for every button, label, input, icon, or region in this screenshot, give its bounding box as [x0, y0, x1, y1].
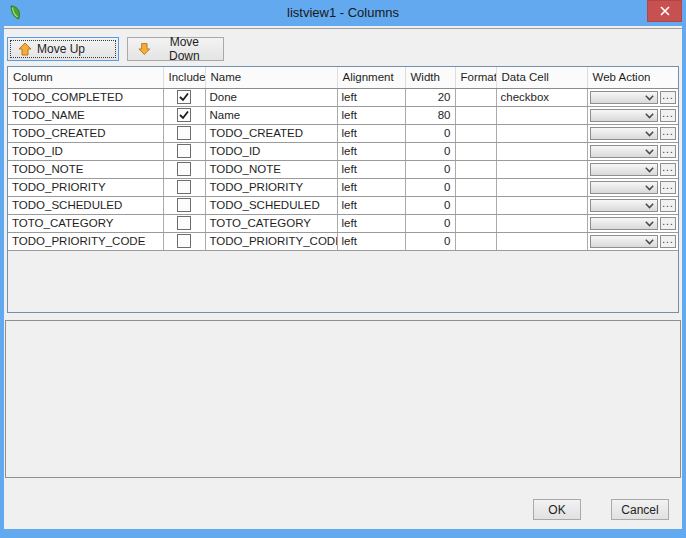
include-checkbox[interactable] — [177, 126, 191, 140]
columns-table: Column Include Name Alignment Width Form… — [8, 67, 678, 251]
format-cell[interactable] — [455, 232, 496, 250]
data-cell-cell[interactable] — [496, 214, 587, 232]
ellipsis-button[interactable]: ... — [660, 127, 676, 140]
data-cell-cell[interactable] — [496, 124, 587, 142]
data-cell-cell[interactable]: checkbox — [496, 88, 587, 106]
web-action-dropdown[interactable] — [590, 181, 659, 194]
web-action-dropdown[interactable] — [590, 163, 659, 176]
display-name-cell[interactable]: TODO_NOTE — [205, 160, 337, 178]
table-row: TODO_CREATED TODO_CREATED left 0 ... — [8, 124, 678, 142]
web-action-cell: ... — [587, 106, 678, 124]
data-cell-cell[interactable] — [496, 196, 587, 214]
alignment-cell[interactable]: left — [337, 232, 405, 250]
include-checkbox[interactable] — [177, 90, 191, 104]
toolbar-divider — [4, 28, 682, 29]
web-action-dropdown[interactable] — [590, 145, 659, 158]
arrow-up-icon — [18, 42, 32, 56]
alignment-cell[interactable]: left — [337, 142, 405, 160]
chevron-down-icon — [645, 149, 654, 155]
ellipsis-button[interactable]: ... — [660, 217, 676, 230]
web-action-dropdown[interactable] — [590, 235, 659, 248]
alignment-cell[interactable]: left — [337, 214, 405, 232]
width-cell[interactable]: 0 — [405, 214, 455, 232]
width-cell[interactable]: 0 — [405, 124, 455, 142]
include-checkbox[interactable] — [177, 216, 191, 230]
format-cell[interactable] — [455, 106, 496, 124]
ellipsis-button[interactable]: ... — [660, 163, 676, 176]
chevron-down-icon — [645, 167, 654, 173]
dialog-content: Move Up Move Down Column Include Name — [4, 26, 682, 529]
alignment-cell[interactable]: left — [337, 88, 405, 106]
chevron-down-icon — [645, 131, 654, 137]
include-cell — [163, 178, 205, 196]
data-cell-cell[interactable] — [496, 178, 587, 196]
web-action-dropdown[interactable] — [590, 91, 659, 104]
format-cell[interactable] — [455, 196, 496, 214]
ellipsis-button[interactable]: ... — [660, 235, 676, 248]
web-action-dropdown[interactable] — [590, 127, 659, 140]
display-name-cell[interactable]: TODO_PRIORITY — [205, 178, 337, 196]
ellipsis-button[interactable]: ... — [660, 145, 676, 158]
alignment-cell[interactable]: left — [337, 196, 405, 214]
ellipsis-button[interactable]: ... — [660, 199, 676, 212]
web-action-cell: ... — [587, 214, 678, 232]
table-row: TODO_NOTE TODO_NOTE left 0 ... — [8, 160, 678, 178]
ellipsis-button[interactable]: ... — [660, 109, 676, 122]
close-button[interactable] — [647, 0, 682, 22]
display-name-cell[interactable]: TODO_PRIORITY_CODE — [205, 232, 337, 250]
column-name-cell: TODO_NOTE — [8, 160, 163, 178]
format-cell[interactable] — [455, 214, 496, 232]
ok-button[interactable]: OK — [533, 499, 581, 520]
column-name-cell: TODO_NAME — [8, 106, 163, 124]
ellipsis-button[interactable]: ... — [660, 181, 676, 194]
include-checkbox[interactable] — [177, 180, 191, 194]
display-name-cell[interactable]: TOTO_CATEGORY — [205, 214, 337, 232]
include-cell — [163, 142, 205, 160]
data-cell-cell[interactable] — [496, 142, 587, 160]
display-name-cell[interactable]: TODO_CREATED — [205, 124, 337, 142]
web-action-dropdown[interactable] — [590, 199, 659, 212]
data-cell-cell[interactable] — [496, 160, 587, 178]
web-action-cell: ... — [587, 88, 678, 106]
format-cell[interactable] — [455, 178, 496, 196]
width-cell[interactable]: 0 — [405, 196, 455, 214]
ellipsis-button[interactable]: ... — [660, 91, 676, 104]
width-cell[interactable]: 0 — [405, 142, 455, 160]
cancel-button[interactable]: Cancel — [611, 499, 669, 520]
alignment-cell[interactable]: left — [337, 106, 405, 124]
header-column: Column — [8, 67, 163, 88]
alignment-cell[interactable]: left — [337, 160, 405, 178]
header-format: Format — [455, 67, 496, 88]
display-name-cell[interactable]: Done — [205, 88, 337, 106]
include-checkbox[interactable] — [177, 234, 191, 248]
data-cell-cell[interactable] — [496, 232, 587, 250]
alignment-cell[interactable]: left — [337, 178, 405, 196]
header-row: Column Include Name Alignment Width Form… — [8, 67, 678, 88]
include-checkbox[interactable] — [177, 162, 191, 176]
title-bar[interactable]: listview1 - Columns — [0, 0, 686, 26]
width-cell[interactable]: 80 — [405, 106, 455, 124]
web-action-dropdown[interactable] — [590, 217, 659, 230]
web-action-dropdown[interactable] — [590, 109, 659, 122]
display-name-cell[interactable]: TODO_SCHEDULED — [205, 196, 337, 214]
format-cell[interactable] — [455, 88, 496, 106]
format-cell[interactable] — [455, 160, 496, 178]
data-cell-cell[interactable] — [496, 106, 587, 124]
format-cell[interactable] — [455, 142, 496, 160]
alignment-cell[interactable]: left — [337, 124, 405, 142]
table-row: TOTO_CATEGORY TOTO_CATEGORY left 0 ... — [8, 214, 678, 232]
width-cell[interactable]: 0 — [405, 178, 455, 196]
format-cell[interactable] — [455, 124, 496, 142]
width-cell[interactable]: 20 — [405, 88, 455, 106]
display-name-cell[interactable]: Name — [205, 106, 337, 124]
header-include: Include — [163, 67, 205, 88]
include-checkbox[interactable] — [177, 144, 191, 158]
width-cell[interactable]: 0 — [405, 160, 455, 178]
include-checkbox[interactable] — [177, 108, 191, 122]
width-cell[interactable]: 0 — [405, 232, 455, 250]
move-up-button[interactable]: Move Up — [7, 37, 119, 61]
move-down-button[interactable]: Move Down — [127, 37, 224, 61]
include-checkbox[interactable] — [177, 198, 191, 212]
display-name-cell[interactable]: TODO_ID — [205, 142, 337, 160]
header-width: Width — [405, 67, 455, 88]
